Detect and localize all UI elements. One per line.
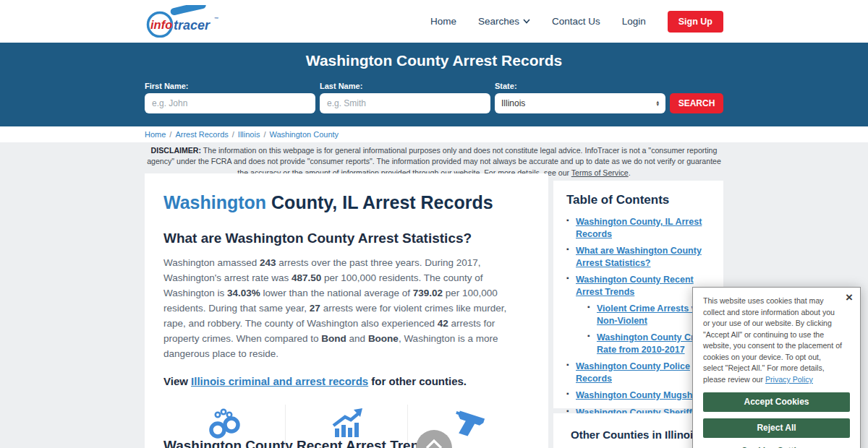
disclaimer-label: DISCLAIMER:	[151, 146, 201, 155]
toc-item[interactable]: Washington County Mugshots	[566, 389, 710, 402]
terms-of-service-link[interactable]: Terms of Service	[571, 168, 629, 177]
first-name-input[interactable]	[145, 93, 315, 113]
chevron-down-icon	[523, 19, 530, 24]
gun-icon	[452, 407, 485, 440]
close-icon[interactable]: ×	[846, 291, 853, 303]
nav-home[interactable]: Home	[430, 16, 456, 27]
toc-item[interactable]: Washington County Recent Arrest Trends V…	[566, 274, 710, 356]
nav-contact-us[interactable]: Contact Us	[552, 16, 600, 27]
breadcrumb-washington-county[interactable]: Washington County	[269, 130, 339, 139]
main-nav: Home Searches Contact Us Login Sign Up	[430, 0, 723, 43]
sign-up-button[interactable]: Sign Up	[668, 11, 723, 33]
cookie-message: This website uses cookies that may colle…	[703, 296, 850, 386]
state-select-value: Illinois	[501, 98, 525, 108]
toc-item[interactable]: What are Washington County Arrest Statis…	[566, 245, 710, 269]
first-name-group: First Name:	[145, 82, 315, 113]
breadcrumb-home[interactable]: Home	[145, 130, 166, 139]
last-name-group: Last Name:	[320, 82, 490, 113]
chevron-up-icon	[424, 438, 444, 448]
article-title-highlight: Washington	[163, 192, 266, 212]
illinois-records-link[interactable]: Illinois criminal and arrest records	[191, 375, 368, 387]
toc-item[interactable]: Washington County Police Records	[566, 361, 710, 384]
nav-searches-label: Searches	[478, 16, 519, 27]
view-suffix: for other counties.	[368, 375, 467, 387]
hero-banner: Washington County Arrest Records First N…	[0, 43, 868, 126]
state-label: State:	[495, 82, 665, 90]
trend-chart-icon	[329, 407, 364, 440]
top-header: info tracer ™ Home Searches Contact Us L…	[0, 0, 868, 43]
privacy-policy-link[interactable]: Privacy Policy	[765, 375, 813, 384]
people-search-form: First Name: Last Name: State: Illinois ▴…	[145, 82, 723, 113]
disclaimer-period: .	[629, 168, 631, 177]
breadcrumb-separator: /	[169, 130, 171, 139]
breadcrumb: Home/Arrest Records/Illinois/Washington …	[145, 126, 339, 142]
page-title: Washington County Arrest Records	[0, 43, 868, 69]
last-name-input[interactable]	[320, 93, 490, 113]
nav-searches[interactable]: Searches	[478, 16, 530, 27]
stats-paragraph: Washington amassed 243 arrests over the …	[163, 255, 529, 361]
view-records-line: View Illinois criminal and arrest record…	[163, 375, 529, 387]
main-content-card: Washington County, IL Arrest Records Wha…	[145, 173, 548, 448]
cookie-consent-dialog: × This website uses cookies that may col…	[692, 287, 861, 448]
other-counties-title: Other Counties in Illinois	[571, 428, 706, 441]
article-title-rest: County, IL Arrest Records	[266, 192, 493, 212]
logo-info-text: info	[150, 18, 172, 31]
disclaimer-body: The information on this webpage is for g…	[147, 146, 721, 177]
breadcrumb-arrest-records[interactable]: Arrest Records	[175, 130, 228, 139]
cookies-settings-link[interactable]: Cookies Settings	[703, 446, 850, 448]
view-prefix: View	[163, 375, 191, 387]
state-group: State: Illinois ▴▾	[495, 82, 665, 113]
toc-title: Table of Contents	[566, 193, 710, 207]
breadcrumb-separator: /	[232, 130, 234, 139]
article-title: Washington County, IL Arrest Records	[163, 173, 529, 213]
reject-all-button[interactable]: Reject All	[703, 418, 850, 438]
state-select[interactable]: Illinois ▴▾	[495, 93, 665, 113]
select-spinner-icon: ▴▾	[656, 100, 659, 106]
breadcrumb-illinois[interactable]: Illinois	[238, 130, 260, 139]
handcuffs-icon	[208, 407, 241, 440]
cookie-message-text: This website uses cookies that may colle…	[703, 296, 842, 384]
nav-login[interactable]: Login	[622, 16, 646, 27]
logo-trademark: ™	[214, 17, 218, 21]
stats-section-heading: What are Washington County Arrest Statis…	[163, 231, 529, 246]
accept-cookies-button[interactable]: Accept Cookies	[703, 392, 850, 412]
breadcrumb-bar: Home/Arrest Records/Illinois/Washington …	[0, 126, 868, 142]
last-name-label: Last Name:	[320, 82, 490, 90]
logo-tracer-text: tracer	[174, 18, 210, 33]
infotracer-logo[interactable]: info tracer ™	[143, 5, 223, 38]
next-section-heading: Washington County Recent Arrest Trends	[163, 438, 435, 448]
first-name-label: First Name:	[145, 82, 315, 90]
search-button[interactable]: SEARCH	[670, 93, 723, 113]
breadcrumb-separator: /	[263, 130, 265, 139]
toc-sublist: Violent Crime Arrests vs. Non-Violent Wa…	[576, 303, 710, 356]
toc-item[interactable]: Washington County, IL Arrest Records	[566, 216, 710, 240]
